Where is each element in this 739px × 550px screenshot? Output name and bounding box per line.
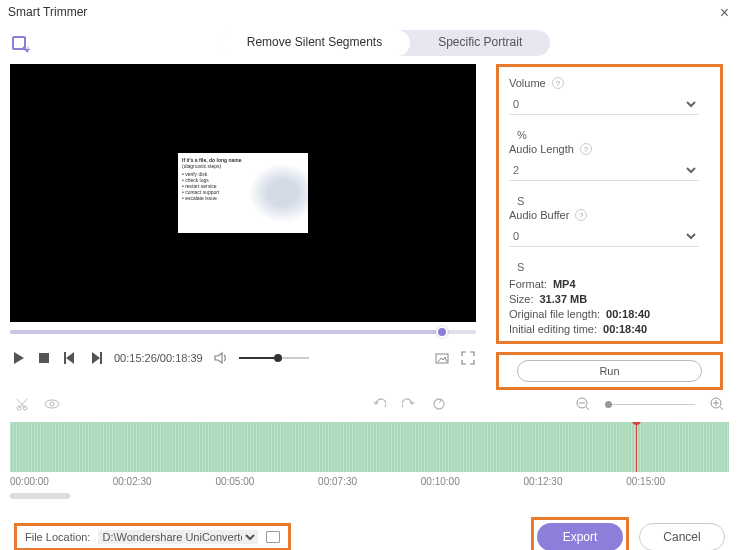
audio-waveform[interactable] xyxy=(10,422,729,472)
next-icon[interactable] xyxy=(88,350,104,366)
timeline-playhead[interactable] xyxy=(636,422,637,472)
cancel-button[interactable]: Cancel xyxy=(639,523,725,550)
video-preview[interactable]: If it's a file, do long name (diagnostic… xyxy=(10,64,476,322)
export-box: Export xyxy=(531,517,629,550)
app-logo-icon: + xyxy=(10,34,30,54)
help-icon[interactable]: ? xyxy=(575,209,587,221)
edit-time-value: 00:18:40 xyxy=(603,323,647,335)
snapshot-icon[interactable] xyxy=(434,350,450,366)
window-title: Smart Trimmer xyxy=(8,5,87,19)
audio-length-label: Audio Length xyxy=(509,143,574,155)
video-progress[interactable] xyxy=(10,330,476,334)
folder-icon[interactable] xyxy=(266,531,280,543)
zoom-slider[interactable] xyxy=(605,404,695,405)
audio-length-select[interactable]: 2 xyxy=(509,159,699,181)
timeline-ruler: 00:00:00 00:02:30 00:05:00 00:07:30 00:1… xyxy=(0,472,739,487)
reset-icon[interactable] xyxy=(431,396,447,412)
run-button[interactable]: Run xyxy=(517,360,702,382)
video-thumbnail: If it's a file, do long name (diagnostic… xyxy=(178,153,308,233)
run-panel: Run xyxy=(496,352,723,390)
svg-point-6 xyxy=(45,400,59,408)
orig-length-value: 00:18:40 xyxy=(606,308,650,320)
stop-icon[interactable] xyxy=(36,350,52,366)
svg-point-7 xyxy=(50,402,54,406)
settings-panel: Volume? 0% Audio Length? 2S Audio Buffer… xyxy=(496,64,723,344)
fullscreen-icon[interactable] xyxy=(460,350,476,366)
svg-rect-2 xyxy=(39,353,49,363)
volume-slider[interactable] xyxy=(239,357,309,359)
audio-buffer-select[interactable]: 0 xyxy=(509,225,699,247)
size-value: 31.37 MB xyxy=(539,293,587,305)
volume-icon[interactable] xyxy=(213,350,229,366)
undo-icon[interactable] xyxy=(371,396,387,412)
audio-buffer-label: Audio Buffer xyxy=(509,209,569,221)
volume-label: Volume xyxy=(509,77,546,89)
svg-point-8 xyxy=(434,399,444,409)
playback-time: 00:15:26/00:18:39 xyxy=(114,352,203,364)
volume-unit: % xyxy=(517,129,527,141)
cut-icon[interactable] xyxy=(14,396,30,412)
export-button[interactable]: Export xyxy=(537,523,623,550)
redo-icon[interactable] xyxy=(401,396,417,412)
file-location-label: File Location: xyxy=(25,531,90,543)
help-icon[interactable]: ? xyxy=(580,143,592,155)
format-label: Format: xyxy=(509,278,547,290)
prev-icon[interactable] xyxy=(62,350,78,366)
play-icon[interactable] xyxy=(10,350,26,366)
audio-buffer-unit: S xyxy=(517,261,524,273)
file-location-select[interactable]: D:\Wondershare UniConverter 1 xyxy=(98,530,258,544)
eye-icon[interactable] xyxy=(44,396,60,412)
format-value: MP4 xyxy=(553,278,576,290)
zoom-in-icon[interactable] xyxy=(709,396,725,412)
tab-remove-silent[interactable]: Remove Silent Segments xyxy=(219,30,410,56)
size-label: Size: xyxy=(509,293,533,305)
volume-select[interactable]: 0 xyxy=(509,93,699,115)
close-icon[interactable]: × xyxy=(720,4,729,22)
edit-time-label: Initial editing time: xyxy=(509,323,597,335)
file-location-box: File Location: D:\Wondershare UniConvert… xyxy=(14,523,291,550)
mode-tabs: Remove Silent Segments Specific Portrait xyxy=(219,30,550,56)
tab-specific-portrait[interactable]: Specific Portrait xyxy=(410,30,550,56)
audio-length-unit: S xyxy=(517,195,524,207)
orig-length-label: Original file length: xyxy=(509,308,600,320)
help-icon[interactable]: ? xyxy=(552,77,564,89)
zoom-out-icon[interactable] xyxy=(575,396,591,412)
